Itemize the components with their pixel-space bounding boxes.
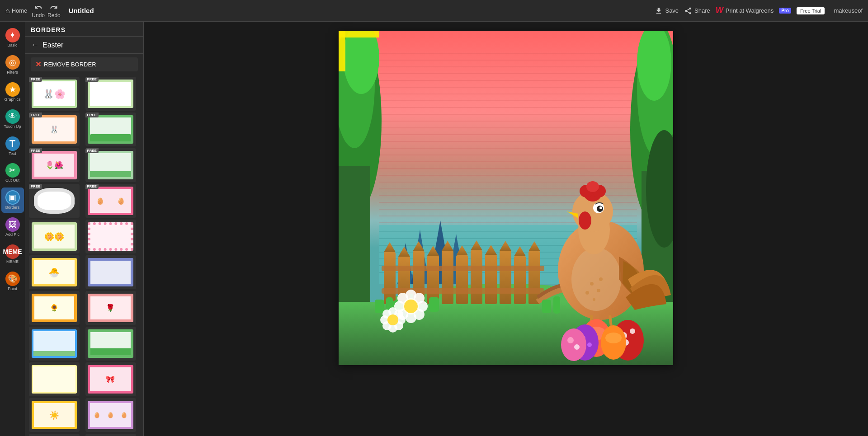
border-item-21[interactable] [29,434,80,436]
walgreens-print-button[interactable]: W Print at Walgreens [716,6,774,15]
back-button[interactable]: ← [31,40,39,50]
save-label: Save [665,7,679,14]
border-item-11[interactable]: 🐣 [29,255,80,289]
sidebar-item-graphics[interactable]: ★ Graphics [1,80,24,105]
svg-point-139 [574,344,580,350]
graphics-icon: ★ [5,82,20,97]
border-item-9[interactable]: 🌼🌼 [29,220,80,253]
svg-rect-55 [456,255,468,304]
cutout-icon: ✂ [5,163,20,178]
border-item-8[interactable]: FREE 🥚🥚 [85,184,136,218]
svg-point-89 [404,300,418,313]
sidebar-label-touchup: Touch Up [4,125,21,129]
top-bar-left: ⌂ Home Undo Redo Untitled [5,3,94,19]
border-item-5[interactable]: FREE 🌷🌺 [29,148,80,182]
border-item-3[interactable]: FREE 🐰 [29,113,80,146]
basic-icon: ✦ [5,28,20,42]
svg-rect-57 [485,255,497,304]
undo-button[interactable]: Undo [32,3,45,19]
svg-rect-72 [382,266,544,271]
walgreens-icon: W [716,6,723,15]
svg-point-136 [587,342,592,347]
sidebar-label-basic: Basic [7,43,17,48]
touchup-icon: 👁 [5,109,20,124]
remove-x-icon: ✕ [35,60,41,69]
borders-panel: BORDERS ← Easter ✕ REMOVE BORDER FREE 🐰🌸… [25,22,144,436]
pro-badge: Pro [779,8,791,14]
sidebar-label-cutout: Cut Out [5,178,19,183]
border-item-1[interactable]: FREE 🐰🌸 [29,77,80,111]
top-bar-right: Save Share W Print at Walgreens Pro Free… [655,6,863,15]
svg-rect-53 [427,256,439,304]
border-item-16[interactable] [85,327,136,361]
sidebar-item-text[interactable]: T Text [1,134,24,159]
svg-rect-73 [382,288,544,294]
svg-rect-54 [442,251,453,304]
border-item-6[interactable]: FREE [85,148,136,182]
svg-point-113 [599,277,603,281]
border-item-20[interactable]: 🥚🥚🥚 [85,398,136,432]
sidebar-label-paint: Paint [8,287,17,291]
svg-rect-58 [500,251,511,304]
borders-grid: FREE 🐰🌸 FREE FREE 🐰 [25,75,143,436]
border-item-2[interactable]: FREE [85,77,136,111]
home-icon: ⌂ [5,7,10,15]
free-trial-button[interactable]: Free Trial [797,7,825,14]
border-item-14[interactable]: 🌹 [85,291,136,325]
svg-point-133 [605,333,622,343]
border-item-19[interactable]: ☀️ [29,398,80,432]
border-item-17[interactable] [29,362,80,396]
text-icon: T [5,136,20,151]
canvas-svg [339,31,673,365]
border-item-4[interactable]: FREE [85,113,136,146]
svg-rect-77 [429,297,439,312]
svg-point-114 [585,291,589,295]
sidebar-item-cutout[interactable]: ✂ Cut Out [1,160,24,186]
svg-point-100 [571,248,621,311]
redo-label: Redo [47,12,61,19]
border-item-10[interactable] [85,220,136,253]
sidebar-item-basic[interactable]: ✦ Basic [1,25,24,51]
filters-icon: ◎ [5,55,20,70]
border-item-18[interactable]: 🎀 [85,362,136,396]
paint-icon: 🎨 [5,272,20,286]
sidebar-item-borders[interactable]: ▣ Borders [1,188,24,213]
sidebar-item-filters[interactable]: ◎ Filters [1,52,24,78]
sidebar-item-paint[interactable]: 🎨 Paint [1,269,24,294]
border-item-22[interactable]: 🌿 [85,434,136,436]
addpic-icon: 🖼 [5,217,20,232]
svg-point-106 [586,181,599,192]
svg-point-107 [579,211,591,230]
easter-header: ← Easter [25,37,143,54]
remove-border-label: REMOVE BORDER [44,61,96,68]
sidebar-label-filters: Filters [7,70,18,75]
user-name: makeuseof [834,7,863,14]
save-button[interactable]: Save [655,7,679,15]
svg-rect-59 [514,256,526,304]
remove-border-button[interactable]: ✕ REMOVE BORDER [31,57,138,71]
home-button[interactable]: ⌂ Home [5,7,27,15]
canvas-area [144,22,868,436]
canvas-container[interactable] [339,31,673,365]
sidebar-item-addpic[interactable]: 🖼 Add Pic [1,215,24,240]
document-title[interactable]: Untitled [69,7,94,14]
border-item-12[interactable] [85,255,136,289]
main-layout: ✦ Basic ◎ Filters ★ Graphics 👁 Touch Up … [0,22,868,436]
sidebar-item-meme[interactable]: MEME MEME [1,242,24,267]
undo-label: Undo [32,12,45,19]
sidebar-item-touchup[interactable]: 👁 Touch Up [1,107,24,132]
home-label: Home [12,7,28,14]
border-item-13[interactable]: 🌻 [29,291,80,325]
borders-header: BORDERS [25,22,143,37]
border-item-15[interactable] [29,327,80,361]
svg-point-130 [630,328,635,334]
svg-rect-74 [375,300,384,313]
top-bar: ⌂ Home Undo Redo Untitled Save Share W P… [0,0,868,22]
svg-rect-79 [553,296,560,314]
share-button[interactable]: Share [684,7,710,15]
svg-point-116 [593,298,595,301]
border-item-7[interactable]: FREE [29,184,80,218]
svg-point-112 [590,282,594,286]
redo-button[interactable]: Redo [47,3,61,19]
meme-icon: MEME [5,244,20,259]
